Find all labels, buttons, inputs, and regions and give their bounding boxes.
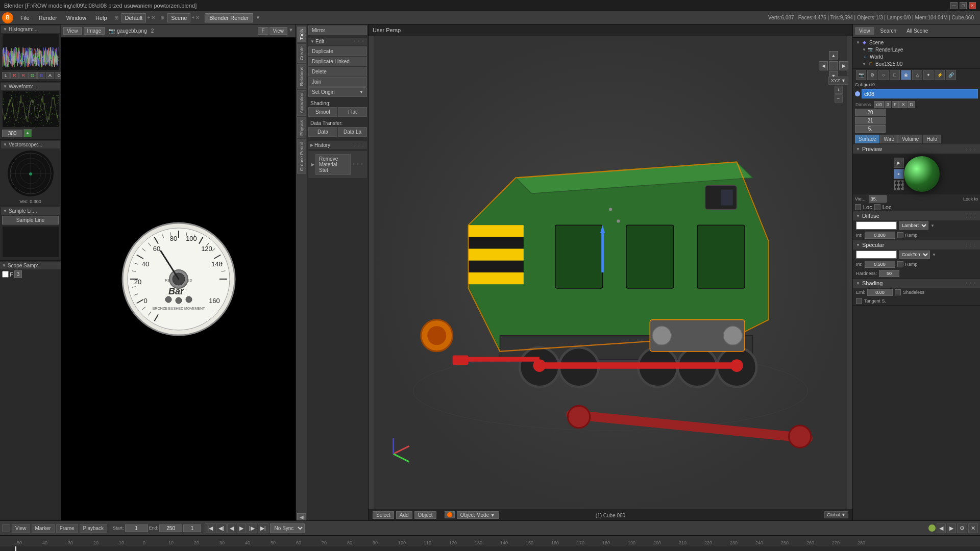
- spec-int-input[interactable]: [865, 261, 895, 268]
- data-button[interactable]: Data: [308, 127, 337, 137]
- diffuse-int-input[interactable]: [865, 232, 895, 239]
- global-selector[interactable]: Global ▼: [824, 511, 848, 518]
- current-frame[interactable]: [183, 524, 201, 532]
- dim-z-val[interactable]: [855, 125, 886, 133]
- spec-dropdown-arrow[interactable]: ▼: [932, 253, 936, 257]
- zoom-in-btn[interactable]: +: [835, 86, 843, 94]
- diffuse-shader-select[interactable]: Lambert: [899, 221, 928, 230]
- zoom-out-btn[interactable]: −: [835, 94, 843, 103]
- waveform-color-btn[interactable]: ●: [23, 129, 32, 137]
- channel-r2[interactable]: R: [19, 72, 28, 79]
- object-name-input[interactable]: [862, 89, 978, 98]
- surface-tab[interactable]: Surface: [855, 135, 879, 143]
- jump-start-btn[interactable]: |◀: [205, 523, 215, 533]
- channel-a[interactable]: A: [46, 72, 54, 79]
- scene-selector[interactable]: Scene: [167, 13, 190, 22]
- duplicate-button[interactable]: Duplicate: [308, 46, 367, 56]
- scope-f-checkbox[interactable]: [2, 271, 9, 278]
- object-btn[interactable]: Object: [414, 511, 436, 519]
- tangent-checkbox[interactable]: [856, 298, 862, 304]
- tab-animation[interactable]: Animation: [297, 90, 306, 116]
- render-engine[interactable]: Blender Render: [205, 13, 253, 22]
- preview-sphere-btn[interactable]: ●: [894, 169, 904, 179]
- delete-button[interactable]: Delete: [308, 67, 367, 77]
- prop-camera-icon[interactable]: 📷: [856, 70, 866, 80]
- spec-ramp-checkbox[interactable]: [897, 261, 903, 267]
- dim-x-val[interactable]: [855, 109, 886, 116]
- play-back-btn[interactable]: ◀: [227, 523, 236, 533]
- prop-world-icon[interactable]: ○: [878, 70, 889, 80]
- prop-render-icon[interactable]: ⚙: [867, 70, 877, 80]
- specular-header[interactable]: ▼ Specular ⋮⋮⋮: [853, 240, 980, 249]
- remove-material-header[interactable]: ▶ Remove Material Stet ⋮⋮⋮: [310, 153, 365, 176]
- prop-object-icon[interactable]: □: [890, 70, 900, 80]
- image-view-btn[interactable]: View: [63, 27, 82, 35]
- wire-tab[interactable]: Wire: [880, 135, 898, 143]
- duplicate-linked-button[interactable]: Duplicate Linked: [308, 57, 367, 66]
- play-btn[interactable]: ▶: [237, 523, 246, 533]
- prop-constraints-icon[interactable]: 🔗: [946, 70, 956, 80]
- data-la-button[interactable]: Data La: [338, 127, 367, 137]
- image-view-btn2[interactable]: View: [270, 27, 288, 35]
- tab-grease-pencil[interactable]: Grease Pencil: [297, 140, 306, 174]
- start-frame[interactable]: [125, 524, 148, 532]
- add-btn[interactable]: Add: [396, 511, 412, 519]
- jump-end-btn[interactable]: ▶|: [258, 523, 268, 533]
- loc1-checkbox[interactable]: [855, 204, 861, 210]
- prop-data-icon[interactable]: △: [912, 70, 922, 80]
- maximize-button[interactable]: □: [960, 2, 967, 9]
- halo-tab[interactable]: Halo: [923, 135, 941, 143]
- vectorscope-collapse[interactable]: ▼: [3, 142, 7, 147]
- ramp-checkbox[interactable]: [897, 232, 903, 238]
- prop-material-icon[interactable]: ◉: [901, 70, 911, 80]
- timeline-settings[interactable]: ⚙: [957, 523, 967, 533]
- channel-settings[interactable]: ⚙: [55, 72, 61, 79]
- diffuse-header[interactable]: ▼ Diffuse ⋮⋮⋮: [853, 211, 980, 220]
- channel-b[interactable]: B: [37, 72, 45, 79]
- smooth-button[interactable]: Smoot: [308, 107, 337, 117]
- marker-btn[interactable]: Marker: [32, 524, 55, 533]
- select-btn[interactable]: Select: [373, 511, 394, 519]
- spec-color-swatch[interactable]: [856, 251, 897, 259]
- view-tab[interactable]: View: [855, 27, 874, 35]
- xyz-mode[interactable]: XYZ ▼: [828, 77, 848, 85]
- waveform-value[interactable]: [2, 130, 22, 137]
- layout-selector[interactable]: Default: [121, 13, 146, 22]
- history-header[interactable]: ▶ History ⋮⋮⋮: [308, 141, 367, 149]
- scene-item[interactable]: ▼ ◆ Scene: [855, 39, 978, 46]
- step-forward-btn[interactable]: |▶: [247, 523, 257, 533]
- set-origin-button[interactable]: Set Origin ▼: [308, 87, 367, 97]
- cl0-field[interactable]: cl0: [874, 101, 885, 108]
- window-menu[interactable]: Window: [62, 14, 90, 22]
- scope-sample-collapse[interactable]: ▼: [2, 263, 6, 268]
- dim-f[interactable]: F: [892, 101, 899, 108]
- step-back-btn[interactable]: ◀|: [216, 523, 227, 533]
- end-frame[interactable]: [159, 524, 182, 532]
- histogram-collapse[interactable]: ▼: [3, 27, 7, 32]
- timeline-close[interactable]: ✕: [968, 523, 978, 533]
- close-button[interactable]: ✕: [969, 2, 976, 9]
- sample-line-collapse[interactable]: ▼: [3, 209, 7, 213]
- diffuse-color-swatch[interactable]: [856, 221, 897, 230]
- channel-r[interactable]: R: [10, 72, 19, 79]
- remove-material-button[interactable]: Remove Material Stet: [315, 154, 351, 175]
- render-menu[interactable]: Render: [35, 14, 61, 22]
- file-menu[interactable]: File: [16, 14, 34, 22]
- dim-d[interactable]: D: [908, 101, 916, 108]
- volume-tab[interactable]: Volume: [898, 135, 922, 143]
- image-fit-btn[interactable]: F: [258, 27, 268, 35]
- loc2-checkbox[interactable]: [874, 204, 880, 210]
- dim-num[interactable]: 3: [885, 101, 891, 108]
- flat-button[interactable]: Flat: [338, 107, 367, 117]
- view-btn[interactable]: View: [12, 524, 30, 533]
- channel-l[interactable]: L: [2, 72, 10, 79]
- record-btn[interactable]: [928, 524, 936, 532]
- vtab-collapse-arrow[interactable]: ◀: [297, 513, 306, 520]
- spec-shader-select[interactable]: CookTorr: [899, 251, 930, 259]
- dim-x[interactable]: ✕: [899, 101, 908, 108]
- tab-physics[interactable]: Physics: [297, 117, 306, 138]
- playback-btn[interactable]: Playback: [80, 524, 108, 533]
- sample-line-button[interactable]: Sample Line: [2, 216, 59, 224]
- timeline-tracks[interactable]: [0, 546, 980, 551]
- tab-create[interactable]: Create: [297, 44, 306, 63]
